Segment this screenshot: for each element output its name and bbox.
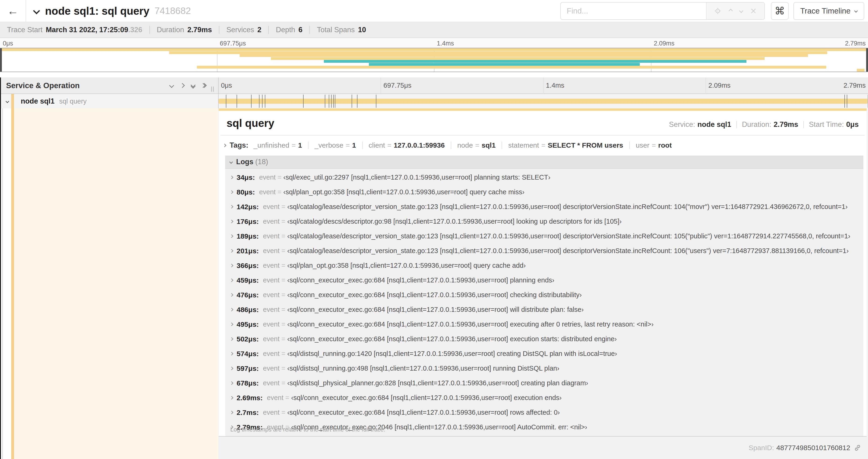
log-row[interactable]: 142μs:event=‹sql/catalog/lease/descripto…	[230, 199, 863, 214]
log-row[interactable]: 2.7ms:event=‹sql/conn_executor_exec.go:6…	[230, 405, 863, 420]
trace-title-wrap[interactable]: node sql1: sql query 7418682	[34, 5, 191, 17]
log-row[interactable]: 678μs:event=‹sql/distsql_physical_planne…	[230, 376, 863, 390]
log-row[interactable]: 502μs:event=‹sql/conn_executor_exec.go:6…	[230, 332, 863, 346]
trace-minimap: 0μs697.75μs1.4ms2.09ms2.79ms	[0, 38, 868, 72]
log-val: ‹sql/exec_util.go:2297 [nsql1,client=127…	[283, 173, 551, 181]
log-row[interactable]: 201μs:event=‹sql/catalog/lease/descripto…	[230, 243, 863, 258]
log-tick-mark	[847, 95, 847, 108]
log-row[interactable]: 459μs:event=‹sql/conn_executor_exec.go:6…	[230, 273, 863, 288]
tick-label: 0μs	[221, 81, 232, 89]
log-tick-mark	[376, 95, 376, 108]
trace-title: node sql1: sql query	[45, 5, 149, 17]
chevron-right-icon	[230, 323, 233, 326]
log-row[interactable]: 366μs:event=‹sql/plan_opt.go:358 [nsql1,…	[230, 258, 863, 273]
span-detail-header: sql query Service: node sql1 Duration: 2…	[219, 111, 867, 133]
spanid-value: 4877749850101760812	[776, 444, 850, 452]
app-header: ← node sql1: sql query 7418682	[0, 0, 868, 22]
back-button[interactable]: ←	[0, 0, 26, 22]
log-row[interactable]: 80μs:event=‹sql/plan_opt.go:358 [nsql1,c…	[230, 185, 863, 199]
meta-value: 0μs	[846, 120, 859, 129]
tag-pair: client=127.0.0.1:59936	[369, 141, 445, 149]
log-val: ‹sql/conn_executor_exec.go:684 [nsql1,cl…	[287, 306, 584, 314]
tag-eq: =	[541, 141, 546, 149]
keyboard-shortcuts-button[interactable]: ⌘	[771, 2, 789, 20]
log-tick-mark	[251, 95, 251, 108]
logs-block: Logs (18) 34μs:event=‹sql/exec_util.go:2…	[225, 156, 863, 436]
find-suffix	[706, 3, 765, 19]
tick-label: 2.09ms	[654, 40, 675, 47]
log-key: event	[263, 262, 280, 269]
log-val: ‹sql/conn_executor_exec.go:684 [nsql1,cl…	[287, 408, 560, 416]
tag-val: 1	[298, 141, 302, 149]
collapse-all-icon[interactable]	[188, 83, 198, 88]
prev-match-icon[interactable]	[729, 9, 732, 12]
chevron-right-icon	[230, 264, 233, 267]
minimap-left-handle[interactable]	[0, 48, 2, 72]
logs-footnote: Log timestamps are relative to the start…	[225, 423, 863, 436]
find-input[interactable]	[561, 3, 706, 19]
minimap-span-bar	[240, 54, 808, 57]
collapse-one-icon[interactable]	[166, 84, 177, 87]
next-match-icon[interactable]	[740, 9, 743, 12]
tick-label: 1.4ms	[437, 40, 454, 47]
chevron-down-icon	[34, 8, 39, 13]
locate-icon[interactable]	[714, 7, 721, 15]
tag-key: statement	[508, 141, 539, 149]
log-val: ‹sql/catalog/lease/descriptor_version_st…	[287, 247, 849, 255]
column-resizer[interactable]	[211, 87, 215, 92]
logs-count: (18)	[255, 158, 268, 166]
span-duration-bar[interactable]	[219, 99, 868, 104]
log-row[interactable]: 189μs:event=‹sql/catalog/lease/descripto…	[230, 229, 863, 243]
log-tick-mark	[357, 95, 358, 108]
tag-pair: user=root	[636, 141, 672, 149]
log-tick-mark	[329, 95, 329, 108]
divider	[451, 141, 451, 149]
clear-search-icon[interactable]	[750, 8, 757, 14]
log-row[interactable]: 2.69ms:event=‹sql/conn_executor_exec.go:…	[230, 390, 863, 405]
log-row[interactable]: 34μs:event=‹sql/exec_util.go:2297 [nsql1…	[230, 170, 863, 185]
stat-label: Duration	[157, 26, 184, 34]
log-row[interactable]: 176μs:event=‹sql/catalog/descs/descripto…	[230, 214, 863, 229]
trace-view-dropdown[interactable]: Trace Timeline	[793, 2, 864, 20]
log-row[interactable]: 476μs:event=‹sql/conn_executor_exec.go:6…	[230, 288, 863, 302]
log-eq: =	[281, 365, 285, 372]
log-tick-mark	[262, 95, 262, 108]
log-eq: =	[281, 262, 285, 269]
tag-key: client	[369, 141, 385, 149]
chevron-right-icon	[230, 250, 233, 252]
log-time: 2.69ms:	[237, 394, 263, 402]
minimap-graph[interactable]	[0, 48, 868, 72]
meta-label: Duration:	[742, 120, 771, 129]
log-key: event	[263, 365, 280, 372]
span-service-name: node sql1	[21, 97, 55, 105]
divider	[309, 26, 310, 34]
log-val: ‹sql/catalog/lease/descriptor_version_st…	[287, 203, 848, 210]
log-eq: =	[281, 291, 285, 299]
tags-row[interactable]: Tags: _unfinished=1_verbose=1client=127.…	[219, 135, 867, 155]
stat-value: March 31 2022, 17:25:09.326	[46, 26, 142, 34]
expand-one-icon[interactable]	[177, 84, 188, 87]
log-row[interactable]: 486μs:event=‹sql/conn_executor_exec.go:6…	[230, 302, 863, 317]
log-row[interactable]: 597μs:event=‹sql/distsql_running.go:498 …	[230, 361, 863, 376]
log-time: 486μs:	[237, 306, 259, 314]
span-operation-name: sql query	[59, 97, 87, 105]
span-detail-title: sql query	[226, 117, 274, 129]
log-eq: =	[281, 350, 285, 358]
minimap-right-handle[interactable]	[866, 48, 868, 72]
log-val: ‹sql/conn_executor_exec.go:684 [nsql1,cl…	[287, 291, 582, 299]
expand-all-icon[interactable]	[198, 84, 209, 87]
column-divider[interactable]	[218, 77, 219, 108]
link-icon[interactable]	[854, 444, 862, 452]
chevron-right-icon	[230, 396, 233, 399]
span-row-name-cell[interactable]: node sql1 sql query	[0, 94, 218, 108]
log-row[interactable]: 495μs:event=‹sql/conn_executor_exec.go:6…	[230, 317, 863, 332]
log-val: ‹sql/distsql_physical_planner.go:828 [ns…	[287, 379, 588, 387]
minimap-span-row	[0, 60, 868, 63]
tag-key: _unfinished	[253, 141, 289, 149]
log-row[interactable]: 574μs:event=‹sql/distsql_running.go:1420…	[230, 346, 863, 361]
logs-header[interactable]: Logs (18)	[225, 156, 863, 169]
span-gantt-area[interactable]	[218, 94, 868, 108]
log-key: event	[263, 379, 280, 387]
minimap-ticks: 0μs697.75μs1.4ms2.09ms2.79ms	[0, 38, 868, 48]
chevron-right-icon	[230, 367, 233, 370]
